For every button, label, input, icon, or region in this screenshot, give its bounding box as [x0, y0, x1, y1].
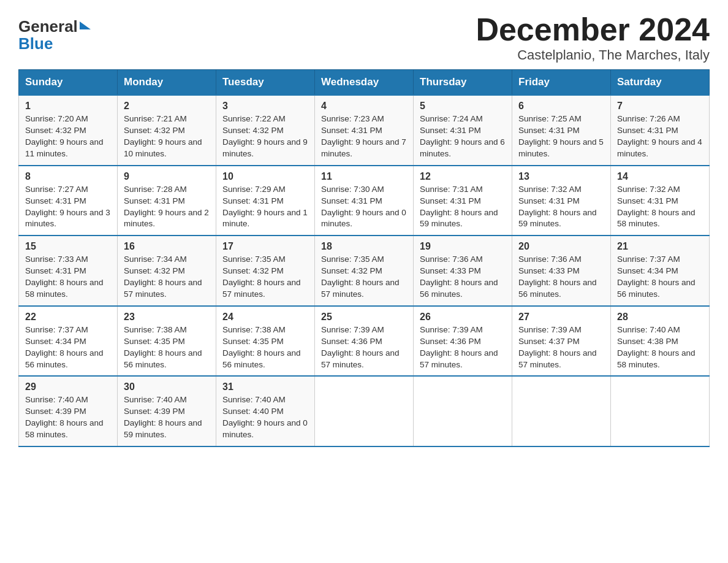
day-info: Sunrise: 7:40 AMSunset: 4:38 PMDaylight:… — [617, 325, 696, 369]
calendar-week-row: 15Sunrise: 7:33 AMSunset: 4:31 PMDayligh… — [19, 236, 710, 306]
calendar-cell: 18Sunrise: 7:35 AMSunset: 4:32 PMDayligh… — [315, 236, 414, 306]
col-header-tuesday: Tuesday — [216, 70, 315, 96]
logo: General Blue — [18, 12, 91, 53]
calendar-week-row: 1Sunrise: 7:20 AMSunset: 4:32 PMDaylight… — [19, 95, 710, 166]
day-number: 21 — [617, 241, 703, 252]
calendar-cell: 13Sunrise: 7:32 AMSunset: 4:31 PMDayligh… — [512, 166, 611, 236]
day-info: Sunrise: 7:23 AMSunset: 4:31 PMDaylight:… — [321, 114, 406, 158]
day-info: Sunrise: 7:40 AMSunset: 4:39 PMDaylight:… — [25, 395, 104, 439]
day-info: Sunrise: 7:24 AMSunset: 4:31 PMDaylight:… — [420, 114, 505, 158]
day-info: Sunrise: 7:39 AMSunset: 4:36 PMDaylight:… — [420, 325, 498, 369]
calendar-cell: 19Sunrise: 7:36 AMSunset: 4:33 PMDayligh… — [414, 236, 512, 306]
day-number: 28 — [617, 312, 703, 323]
calendar-header-row: SundayMondayTuesdayWednesdayThursdayFrid… — [19, 70, 710, 96]
day-info: Sunrise: 7:22 AMSunset: 4:32 PMDaylight:… — [222, 114, 308, 158]
calendar-cell: 8Sunrise: 7:27 AMSunset: 4:31 PMDaylight… — [19, 166, 118, 236]
col-header-thursday: Thursday — [414, 70, 512, 96]
day-number: 6 — [518, 101, 604, 112]
day-info: Sunrise: 7:30 AMSunset: 4:31 PMDaylight:… — [321, 185, 406, 229]
calendar-cell: 2Sunrise: 7:21 AMSunset: 4:32 PMDaylight… — [118, 95, 216, 166]
col-header-wednesday: Wednesday — [315, 70, 414, 96]
day-number: 8 — [25, 171, 111, 182]
calendar-cell: 23Sunrise: 7:38 AMSunset: 4:35 PMDayligh… — [118, 306, 216, 377]
calendar-cell — [315, 376, 414, 446]
day-number: 19 — [420, 241, 506, 252]
day-number: 15 — [25, 241, 111, 252]
calendar-cell — [512, 376, 611, 446]
day-number: 25 — [321, 312, 407, 323]
day-info: Sunrise: 7:36 AMSunset: 4:33 PMDaylight:… — [518, 255, 597, 299]
calendar-week-row: 29Sunrise: 7:40 AMSunset: 4:39 PMDayligh… — [19, 376, 710, 446]
day-number: 18 — [321, 241, 407, 252]
day-info: Sunrise: 7:33 AMSunset: 4:31 PMDaylight:… — [25, 255, 104, 299]
calendar-cell: 28Sunrise: 7:40 AMSunset: 4:38 PMDayligh… — [611, 306, 710, 377]
day-number: 22 — [25, 312, 111, 323]
day-info: Sunrise: 7:38 AMSunset: 4:35 PMDaylight:… — [124, 325, 202, 369]
day-info: Sunrise: 7:35 AMSunset: 4:32 PMDaylight:… — [222, 255, 301, 299]
calendar-subtitle: Castelplanio, The Marches, Italy — [476, 47, 710, 63]
day-info: Sunrise: 7:37 AMSunset: 4:34 PMDaylight:… — [617, 255, 696, 299]
day-info: Sunrise: 7:21 AMSunset: 4:32 PMDaylight:… — [124, 114, 202, 158]
day-info: Sunrise: 7:34 AMSunset: 4:32 PMDaylight:… — [124, 255, 202, 299]
calendar-cell: 6Sunrise: 7:25 AMSunset: 4:31 PMDaylight… — [512, 95, 611, 166]
calendar-cell: 21Sunrise: 7:37 AMSunset: 4:34 PMDayligh… — [611, 236, 710, 306]
day-number: 29 — [25, 381, 111, 393]
calendar-cell: 17Sunrise: 7:35 AMSunset: 4:32 PMDayligh… — [216, 236, 315, 306]
day-info: Sunrise: 7:36 AMSunset: 4:33 PMDaylight:… — [420, 255, 498, 299]
day-number: 7 — [617, 101, 703, 112]
calendar-cell: 27Sunrise: 7:39 AMSunset: 4:37 PMDayligh… — [512, 306, 611, 377]
col-header-saturday: Saturday — [611, 70, 710, 96]
calendar-cell: 5Sunrise: 7:24 AMSunset: 4:31 PMDaylight… — [414, 95, 512, 166]
calendar-cell: 30Sunrise: 7:40 AMSunset: 4:39 PMDayligh… — [118, 376, 216, 446]
page-header: General Blue December 2024 Castelplanio,… — [18, 12, 710, 63]
day-info: Sunrise: 7:25 AMSunset: 4:31 PMDaylight:… — [518, 114, 604, 158]
day-info: Sunrise: 7:20 AMSunset: 4:32 PMDaylight:… — [25, 114, 104, 158]
calendar-cell: 26Sunrise: 7:39 AMSunset: 4:36 PMDayligh… — [414, 306, 512, 377]
day-number: 11 — [321, 171, 407, 182]
day-number: 30 — [124, 381, 210, 393]
day-number: 5 — [420, 101, 506, 112]
day-number: 14 — [617, 171, 703, 182]
calendar-cell — [611, 376, 710, 446]
day-info: Sunrise: 7:29 AMSunset: 4:31 PMDaylight:… — [222, 185, 308, 229]
calendar-cell: 4Sunrise: 7:23 AMSunset: 4:31 PMDaylight… — [315, 95, 414, 166]
calendar-cell: 12Sunrise: 7:31 AMSunset: 4:31 PMDayligh… — [414, 166, 512, 236]
day-info: Sunrise: 7:31 AMSunset: 4:31 PMDaylight:… — [420, 185, 498, 229]
day-info: Sunrise: 7:35 AMSunset: 4:32 PMDaylight:… — [321, 255, 400, 299]
day-info: Sunrise: 7:38 AMSunset: 4:35 PMDaylight:… — [222, 325, 301, 369]
day-info: Sunrise: 7:40 AMSunset: 4:39 PMDaylight:… — [124, 395, 202, 439]
day-number: 31 — [222, 381, 308, 393]
day-number: 16 — [124, 241, 210, 252]
day-number: 9 — [124, 171, 210, 182]
calendar-week-row: 8Sunrise: 7:27 AMSunset: 4:31 PMDaylight… — [19, 166, 710, 236]
day-number: 24 — [222, 312, 308, 323]
calendar-cell: 14Sunrise: 7:32 AMSunset: 4:31 PMDayligh… — [611, 166, 710, 236]
calendar-cell: 15Sunrise: 7:33 AMSunset: 4:31 PMDayligh… — [19, 236, 118, 306]
day-number: 3 — [222, 101, 308, 112]
day-number: 20 — [518, 241, 604, 252]
calendar-cell: 11Sunrise: 7:30 AMSunset: 4:31 PMDayligh… — [315, 166, 414, 236]
day-number: 23 — [124, 312, 210, 323]
day-number: 17 — [222, 241, 308, 252]
calendar-cell: 9Sunrise: 7:28 AMSunset: 4:31 PMDaylight… — [118, 166, 216, 236]
calendar-title: December 2024 — [476, 12, 710, 47]
day-number: 12 — [420, 171, 506, 182]
day-number: 4 — [321, 101, 407, 112]
calendar-table: SundayMondayTuesdayWednesdayThursdayFrid… — [18, 69, 710, 447]
col-header-monday: Monday — [118, 70, 216, 96]
title-block: December 2024 Castelplanio, The Marches,… — [476, 12, 710, 63]
day-info: Sunrise: 7:27 AMSunset: 4:31 PMDaylight:… — [25, 185, 110, 229]
col-header-sunday: Sunday — [19, 70, 118, 96]
day-info: Sunrise: 7:32 AMSunset: 4:31 PMDaylight:… — [617, 185, 696, 229]
day-info: Sunrise: 7:32 AMSunset: 4:31 PMDaylight:… — [518, 185, 597, 229]
day-number: 27 — [518, 312, 604, 323]
calendar-cell: 1Sunrise: 7:20 AMSunset: 4:32 PMDaylight… — [19, 95, 118, 166]
day-info: Sunrise: 7:28 AMSunset: 4:31 PMDaylight:… — [124, 185, 209, 229]
logo-blue: Blue — [18, 34, 53, 53]
calendar-cell: 7Sunrise: 7:26 AMSunset: 4:31 PMDaylight… — [611, 95, 710, 166]
calendar-cell: 25Sunrise: 7:39 AMSunset: 4:36 PMDayligh… — [315, 306, 414, 377]
col-header-friday: Friday — [512, 70, 611, 96]
calendar-cell: 22Sunrise: 7:37 AMSunset: 4:34 PMDayligh… — [19, 306, 118, 377]
day-info: Sunrise: 7:39 AMSunset: 4:37 PMDaylight:… — [518, 325, 597, 369]
day-number: 1 — [25, 101, 111, 112]
